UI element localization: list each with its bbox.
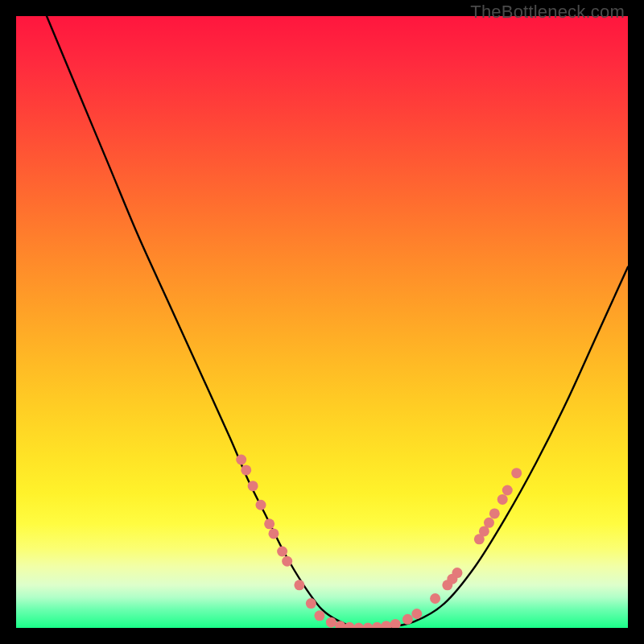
bottleneck-curve-path — [47, 16, 628, 628]
data-point — [277, 547, 287, 557]
data-point — [497, 494, 508, 505]
data-point — [484, 518, 494, 528]
bottleneck-curve — [47, 16, 628, 628]
data-point — [294, 580, 304, 590]
data-point — [248, 481, 258, 491]
data-point — [314, 610, 324, 621]
data-point — [236, 455, 246, 465]
data-point — [489, 508, 500, 518]
data-point — [268, 528, 279, 539]
chart-frame — [16, 16, 628, 628]
data-point — [511, 468, 522, 478]
data-point — [241, 464, 251, 475]
data-point — [390, 619, 401, 628]
data-point — [411, 609, 422, 619]
data-point — [363, 623, 374, 629]
data-point — [452, 568, 462, 578]
data-point — [282, 556, 292, 567]
data-point — [256, 500, 266, 510]
data-point — [326, 617, 336, 628]
data-point — [381, 621, 391, 628]
data-point — [502, 485, 513, 496]
data-point — [402, 614, 413, 625]
data-point — [372, 622, 382, 628]
data-point — [430, 593, 440, 604]
data-point — [264, 518, 275, 529]
watermark-text: TheBottleneck.com — [470, 2, 625, 23]
data-point — [345, 622, 355, 628]
data-point — [335, 621, 345, 628]
data-point — [306, 598, 316, 609]
data-point — [353, 623, 364, 629]
chart-svg — [16, 16, 628, 628]
